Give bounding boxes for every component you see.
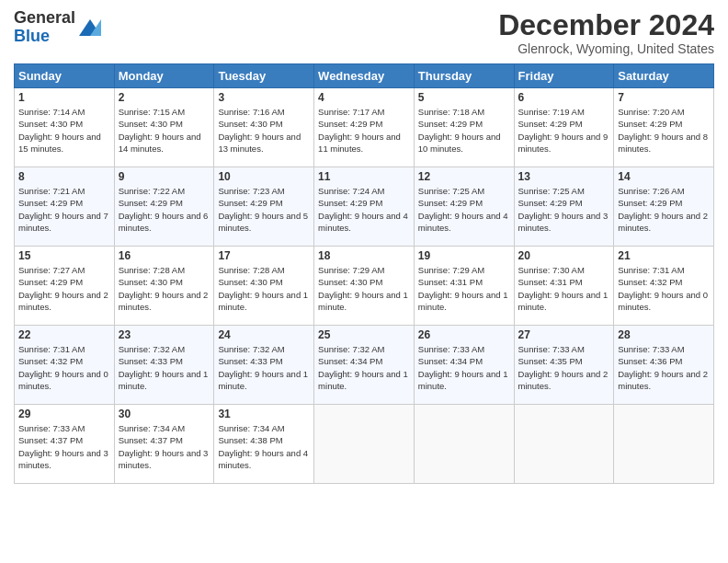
location: Glenrock, Wyoming, United States [498,41,714,56]
table-row: 20Sunrise: 7:30 AMSunset: 4:31 PMDayligh… [514,247,614,326]
day-number: 27 [518,328,610,341]
day-number: 4 [318,91,410,104]
page-header: General Blue December 2024 Glenrock, Wyo… [14,9,714,56]
day-info: Sunrise: 7:16 AMSunset: 4:30 PMDaylight:… [218,106,310,155]
day-info: Sunrise: 7:14 AMSunset: 4:30 PMDaylight:… [18,106,110,155]
day-number: 1 [18,91,110,104]
table-row [414,405,514,484]
table-row: 10Sunrise: 7:23 AMSunset: 4:29 PMDayligh… [214,167,314,247]
day-number: 26 [418,328,510,341]
table-row: 2Sunrise: 7:15 AMSunset: 4:30 PMDaylight… [114,88,214,167]
day-number: 31 [218,408,310,420]
day-info: Sunrise: 7:17 AMSunset: 4:29 PMDaylight:… [318,106,410,155]
day-number: 20 [518,249,610,262]
table-row: 1Sunrise: 7:14 AMSunset: 4:30 PMDaylight… [15,88,115,167]
day-info: Sunrise: 7:28 AMSunset: 4:30 PMDaylight:… [119,264,210,313]
day-number: 5 [418,91,510,104]
table-row: 3Sunrise: 7:16 AMSunset: 4:30 PMDaylight… [214,88,314,167]
table-row: 5Sunrise: 7:18 AMSunset: 4:29 PMDaylight… [414,88,514,167]
day-number: 15 [18,249,110,262]
table-row: 11Sunrise: 7:24 AMSunset: 4:29 PMDayligh… [314,167,415,247]
header-sunday: Sunday [15,64,115,88]
day-info: Sunrise: 7:18 AMSunset: 4:29 PMDaylight:… [418,106,510,155]
day-info: Sunrise: 7:29 AMSunset: 4:30 PMDaylight:… [318,264,410,313]
day-number: 7 [618,91,710,104]
table-row: 30Sunrise: 7:34 AMSunset: 4:37 PMDayligh… [114,405,214,484]
table-row: 23Sunrise: 7:32 AMSunset: 4:33 PMDayligh… [114,326,214,405]
table-row: 18Sunrise: 7:29 AMSunset: 4:30 PMDayligh… [314,247,415,326]
day-number: 28 [618,328,710,341]
table-row: 26Sunrise: 7:33 AMSunset: 4:34 PMDayligh… [414,326,514,405]
day-info: Sunrise: 7:32 AMSunset: 4:33 PMDaylight:… [119,343,210,392]
day-info: Sunrise: 7:31 AMSunset: 4:32 PMDaylight:… [18,343,110,392]
table-row: 13Sunrise: 7:25 AMSunset: 4:29 PMDayligh… [514,167,614,247]
day-number: 11 [318,170,410,183]
day-info: Sunrise: 7:34 AMSunset: 4:37 PMDaylight:… [119,422,210,471]
day-number: 23 [119,328,210,341]
table-row: 21Sunrise: 7:31 AMSunset: 4:32 PMDayligh… [614,247,714,326]
logo-blue: Blue [14,27,50,45]
header-monday: Monday [114,64,214,88]
table-row: 8Sunrise: 7:21 AMSunset: 4:29 PMDaylight… [15,167,115,247]
day-number: 24 [218,328,310,341]
day-info: Sunrise: 7:33 AMSunset: 4:35 PMDaylight:… [518,343,610,392]
day-number: 12 [418,170,510,183]
day-number: 19 [418,249,510,262]
day-number: 14 [618,170,710,183]
title-block: December 2024 Glenrock, Wyoming, United … [498,9,714,56]
day-info: Sunrise: 7:33 AMSunset: 4:34 PMDaylight:… [418,343,510,392]
day-number: 16 [119,249,210,262]
calendar-page: General Blue December 2024 Glenrock, Wyo… [0,0,728,563]
day-info: Sunrise: 7:28 AMSunset: 4:30 PMDaylight:… [218,264,310,313]
logo-general: General [14,8,75,27]
table-row: 12Sunrise: 7:25 AMSunset: 4:29 PMDayligh… [414,167,514,247]
day-info: Sunrise: 7:23 AMSunset: 4:29 PMDaylight:… [218,185,310,234]
day-info: Sunrise: 7:24 AMSunset: 4:29 PMDaylight:… [318,185,410,234]
table-row: 16Sunrise: 7:28 AMSunset: 4:30 PMDayligh… [114,247,214,326]
day-number: 10 [218,170,310,183]
day-info: Sunrise: 7:25 AMSunset: 4:29 PMDaylight:… [518,185,610,234]
table-row: 17Sunrise: 7:28 AMSunset: 4:30 PMDayligh… [214,247,314,326]
day-info: Sunrise: 7:15 AMSunset: 4:30 PMDaylight:… [119,106,210,155]
day-info: Sunrise: 7:20 AMSunset: 4:29 PMDaylight:… [618,106,710,155]
table-row: 9Sunrise: 7:22 AMSunset: 4:29 PMDaylight… [114,167,214,247]
table-row: 25Sunrise: 7:32 AMSunset: 4:34 PMDayligh… [314,326,415,405]
day-info: Sunrise: 7:29 AMSunset: 4:31 PMDaylight:… [418,264,510,313]
day-info: Sunrise: 7:19 AMSunset: 4:29 PMDaylight:… [518,106,610,155]
day-number: 2 [119,91,210,104]
table-row: 29Sunrise: 7:33 AMSunset: 4:37 PMDayligh… [15,405,115,484]
day-number: 6 [518,91,610,104]
logo-icon [77,17,103,38]
day-info: Sunrise: 7:30 AMSunset: 4:31 PMDaylight:… [518,264,610,313]
table-row: 27Sunrise: 7:33 AMSunset: 4:35 PMDayligh… [514,326,614,405]
day-number: 17 [218,249,310,262]
table-row [314,405,415,484]
day-info: Sunrise: 7:34 AMSunset: 4:38 PMDaylight:… [218,422,310,471]
day-number: 13 [518,170,610,183]
day-number: 22 [18,328,110,341]
table-row [514,405,614,484]
table-row: 28Sunrise: 7:33 AMSunset: 4:36 PMDayligh… [614,326,714,405]
table-row: 22Sunrise: 7:31 AMSunset: 4:32 PMDayligh… [15,326,115,405]
day-info: Sunrise: 7:27 AMSunset: 4:29 PMDaylight:… [18,264,110,313]
day-number: 25 [318,328,410,341]
header-thursday: Thursday [414,64,514,88]
table-row: 15Sunrise: 7:27 AMSunset: 4:29 PMDayligh… [15,247,115,326]
logo: General Blue [14,9,103,46]
day-info: Sunrise: 7:32 AMSunset: 4:34 PMDaylight:… [318,343,410,392]
day-number: 21 [618,249,710,262]
day-info: Sunrise: 7:32 AMSunset: 4:33 PMDaylight:… [218,343,310,392]
month-title: December 2024 [498,9,714,41]
day-info: Sunrise: 7:21 AMSunset: 4:29 PMDaylight:… [18,185,110,234]
header-friday: Friday [514,64,614,88]
header-saturday: Saturday [614,64,714,88]
table-row: 4Sunrise: 7:17 AMSunset: 4:29 PMDaylight… [314,88,415,167]
table-row: 31Sunrise: 7:34 AMSunset: 4:38 PMDayligh… [214,405,314,484]
day-number: 29 [18,408,110,420]
day-number: 30 [119,408,210,420]
calendar-table: Sunday Monday Tuesday Wednesday Thursday… [14,63,714,484]
day-info: Sunrise: 7:26 AMSunset: 4:29 PMDaylight:… [618,185,710,234]
table-row: 24Sunrise: 7:32 AMSunset: 4:33 PMDayligh… [214,326,314,405]
calendar-header-row: Sunday Monday Tuesday Wednesday Thursday… [15,64,714,88]
table-row: 6Sunrise: 7:19 AMSunset: 4:29 PMDaylight… [514,88,614,167]
